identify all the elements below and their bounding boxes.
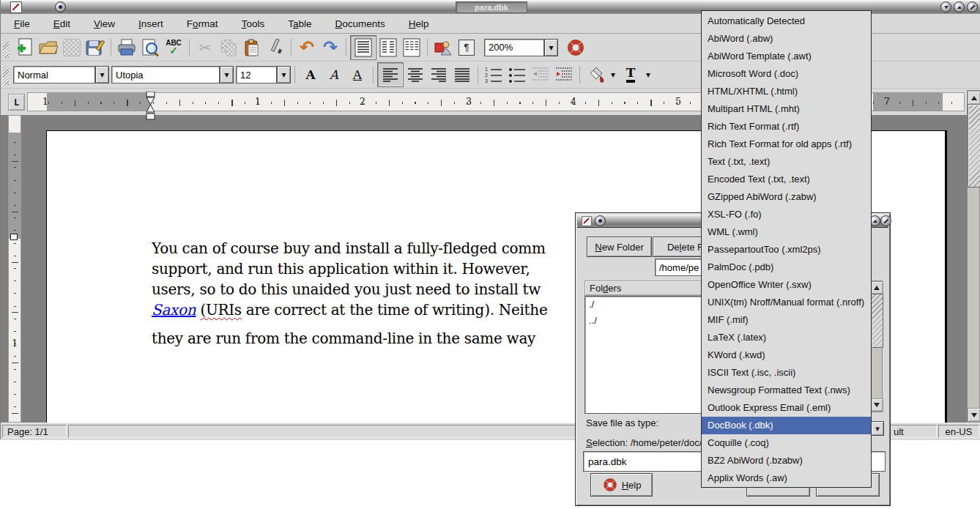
style-combobox[interactable]: ▾ <box>13 66 109 83</box>
scroll-up-button[interactable] <box>870 281 883 294</box>
redo-button[interactable]: ↷ <box>319 37 342 59</box>
file-type-option[interactable]: Newsgroup Formatted Text (.nws) <box>702 382 871 399</box>
file-type-option[interactable]: XSL-FO (.fo) <box>702 206 871 223</box>
one-column-button[interactable] <box>350 35 376 60</box>
scrollbar-thumb[interactable] <box>968 104 980 187</box>
file-type-option[interactable]: Microsoft Word (.doc) <box>702 65 871 83</box>
style-dropdown-button[interactable]: ▾ <box>95 66 109 83</box>
three-columns-button[interactable] <box>400 37 423 59</box>
file-type-option[interactable]: Text (.txt, .text) <box>702 153 871 171</box>
maximize-button[interactable] <box>954 1 965 12</box>
new-folder-button[interactable]: New Folder <box>587 237 652 257</box>
fill-color-button[interactable] <box>584 64 607 86</box>
file-type-option[interactable]: DocBook (.dbk) <box>702 417 871 434</box>
bulleted-list-button[interactable] <box>505 64 529 86</box>
close-button[interactable] <box>967 1 978 12</box>
style-input[interactable] <box>14 70 94 81</box>
file-type-option[interactable]: OpenOffice Writer (.sxw) <box>702 276 871 294</box>
toolbar-handle[interactable] <box>3 64 9 85</box>
font-combobox[interactable]: ▾ <box>111 66 234 83</box>
menu-tools[interactable]: Tools <box>237 17 270 31</box>
help-button[interactable]: Help <box>590 473 653 497</box>
scroll-up-button[interactable] <box>968 91 980 105</box>
file-type-option[interactable]: UNIX(tm) Nroff/Manual format (.nroff) <box>702 294 871 311</box>
paste-button[interactable] <box>240 37 264 59</box>
file-type-option[interactable]: Rich Text Format (.rtf) <box>702 118 871 135</box>
font-color-button[interactable]: T <box>619 64 642 86</box>
align-justify-button[interactable] <box>450 64 474 86</box>
help-button[interactable] <box>564 37 587 59</box>
increase-indent-button[interactable] <box>552 64 576 86</box>
toolbar-handle[interactable] <box>3 37 9 58</box>
font-input[interactable] <box>112 70 219 81</box>
file-type-option[interactable]: PalmDoc (.pdb) <box>702 259 871 276</box>
file-type-option[interactable]: AbiWord (.abw) <box>702 30 871 48</box>
zoom-dropdown-button[interactable]: ▾ <box>544 39 558 56</box>
file-type-option[interactable]: HTML/XHTML (.html) <box>702 83 871 100</box>
font-size-input[interactable] <box>237 70 276 81</box>
file-type-option[interactable]: Multipart HTML (.mht) <box>702 100 871 118</box>
file-type-option[interactable]: AbiWord Template (.awt) <box>702 48 871 65</box>
italic-button[interactable]: A <box>322 64 346 86</box>
show-formatting-marks-button[interactable]: ¶ <box>455 37 478 59</box>
file-type-option[interactable]: Applix Words (.aw) <box>702 469 871 487</box>
two-columns-button[interactable] <box>376 37 400 59</box>
document-text[interactable]: You can of course buy and install a full… <box>152 238 575 421</box>
file-type-option[interactable]: Encoded Text (.txt, .text) <box>702 171 871 188</box>
font-size-dropdown-button[interactable]: ▾ <box>277 66 291 83</box>
print-button[interactable] <box>115 37 138 59</box>
menu-help[interactable]: Help <box>404 17 434 31</box>
menu-documents[interactable]: Documents <box>330 17 389 31</box>
file-type-option[interactable]: Rich Text Format for old apps (.rtf) <box>702 135 871 153</box>
spellcheck-button[interactable]: ABC ✓ <box>162 37 185 59</box>
indent-marker[interactable] <box>146 92 155 121</box>
menu-insert[interactable]: Insert <box>134 17 168 31</box>
window-menu-button[interactable] <box>55 1 66 12</box>
hyperlink[interactable]: Saxon <box>152 301 196 319</box>
align-right-button[interactable] <box>427 64 450 86</box>
font-size-combobox[interactable]: ▾ <box>236 66 291 83</box>
vertical-scrollbar[interactable] <box>967 90 980 423</box>
minimize-button[interactable] <box>940 1 951 12</box>
menu-file[interactable]: File <box>10 17 34 31</box>
menu-format[interactable]: Format <box>182 17 223 31</box>
tab-selector-button[interactable]: L <box>8 94 25 111</box>
file-type-option[interactable]: Coquille (.coq) <box>702 434 871 452</box>
open-button[interactable] <box>37 37 60 59</box>
numbered-list-button[interactable]: 123 <box>482 64 505 86</box>
file-type-option[interactable]: BZ2 AbiWord (.bzabw) <box>702 452 871 469</box>
menu-edit[interactable]: Edit <box>49 17 75 31</box>
format-painter-button[interactable] <box>264 37 287 59</box>
file-type-option[interactable]: KWord (.kwd) <box>702 346 871 364</box>
vertical-ruler[interactable]: 1 <box>8 115 21 423</box>
file-type-option[interactable]: ISCII Text (.isc, .iscii) <box>702 364 871 382</box>
bold-button[interactable]: A <box>299 64 322 86</box>
file-type-option[interactable]: MIF (.mif) <box>702 311 871 329</box>
file-type-option[interactable]: Outlook Express Email (.eml) <box>702 399 871 417</box>
file-type-option[interactable]: GZipped AbiWord (.zabw) <box>702 188 871 206</box>
new-document-button[interactable] <box>13 37 37 59</box>
scrollbar-thumb[interactable] <box>870 294 883 348</box>
menu-table[interactable]: Table <box>283 17 316 31</box>
file-type-option[interactable]: WML (.wml) <box>702 223 871 241</box>
vertical-margin-marker[interactable] <box>10 234 18 240</box>
fill-color-dropdown-button[interactable]: ▾ <box>607 64 619 86</box>
save-as-button[interactable] <box>83 37 107 59</box>
file-type-option[interactable]: LaTeX (.latex) <box>702 329 871 346</box>
scroll-down-button[interactable] <box>870 398 883 412</box>
font-dropdown-button[interactable]: ▾ <box>220 66 234 83</box>
print-preview-button[interactable] <box>138 37 162 59</box>
align-left-button[interactable] <box>377 62 404 87</box>
zoom-combobox[interactable]: ▾ <box>484 39 558 56</box>
align-center-button[interactable] <box>404 64 427 86</box>
scroll-down-button[interactable] <box>968 408 980 422</box>
font-color-dropdown-button[interactable]: ▾ <box>642 64 654 86</box>
dialog-window-menu-button[interactable] <box>595 215 606 226</box>
file-type-dropdown-button[interactable]: ▾ <box>871 421 884 436</box>
underline-button[interactable]: A <box>346 64 369 86</box>
file-type-option[interactable]: PassepartoutToo (.xml2ps) <box>702 241 871 259</box>
undo-button[interactable]: ↶ <box>295 37 319 59</box>
dialog-close-button[interactable] <box>880 215 891 226</box>
zoom-input[interactable] <box>485 42 543 53</box>
file-type-option[interactable]: Automatically Detected <box>702 12 871 30</box>
